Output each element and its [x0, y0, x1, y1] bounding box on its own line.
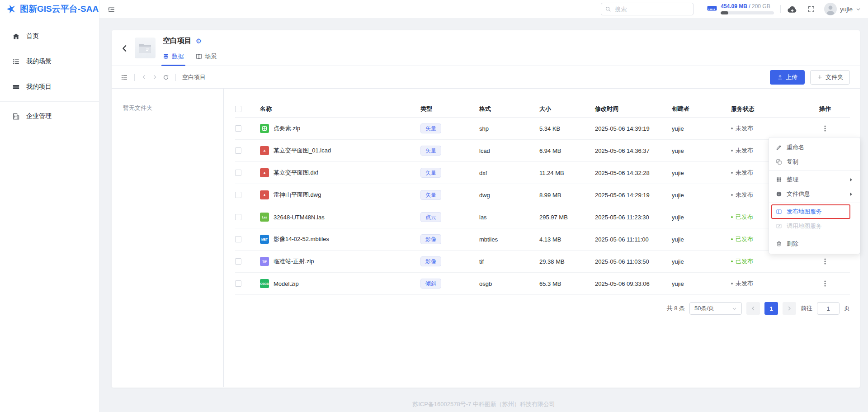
page-size-select[interactable]: 50条/页: [689, 302, 742, 315]
chevron-down-icon: [732, 306, 737, 311]
folder-icon: [138, 42, 152, 54]
menu-item-organize[interactable]: 整理: [769, 172, 860, 187]
new-folder-button[interactable]: 文件夹: [810, 70, 850, 85]
column-header-size: 大小: [539, 105, 595, 113]
sidebar-divider: [0, 101, 99, 102]
row-checkbox[interactable]: [235, 258, 241, 265]
delete-icon: [776, 241, 782, 247]
table-row: MBT影像14-02-52.mbtiles影像mbtiles4.13 MB202…: [235, 228, 850, 251]
mbtiles-file-icon: MBT: [260, 235, 269, 244]
modified-value: 2025-05-06 09:33:06: [595, 280, 672, 287]
home-icon: [12, 33, 20, 40]
project-title: 空白项目: [163, 36, 192, 46]
menu-item-call-map-service: 调用地图服务: [769, 219, 860, 233]
menu-divider: [769, 203, 860, 203]
table-body: 点要素.zip矢量shp5.34 KB2025-05-06 14:39:19yu…: [235, 118, 850, 295]
row-actions-button[interactable]: [821, 279, 830, 288]
menu-item-copy[interactable]: 复制: [769, 155, 860, 169]
row-checkbox[interactable]: [235, 147, 241, 154]
goto-page-input[interactable]: [817, 302, 840, 315]
search-box: [601, 3, 693, 15]
menu-item-publish-map-service[interactable]: 发布地图服务: [769, 204, 860, 219]
format-value: lcad: [479, 147, 539, 154]
file-name[interactable]: 临准站-正射.zip: [274, 257, 314, 265]
project-tabs: 数据 场景: [163, 52, 217, 66]
tab-data[interactable]: 数据: [163, 52, 184, 66]
row-checkbox[interactable]: [235, 214, 241, 220]
search-icon: [605, 6, 611, 12]
sidebar-item-enterprise[interactable]: 企业管理: [0, 104, 99, 129]
project-thumbnail: [135, 38, 156, 58]
creator-value: yujie: [672, 125, 731, 132]
fullscreen-icon[interactable]: [807, 5, 815, 13]
file-name[interactable]: 点要素.zip: [274, 124, 300, 133]
storage-used: 454.09 MB: [721, 3, 747, 9]
rename-icon: [776, 144, 782, 151]
table-row: Las32648-UTM48N.las点云las295.97 MB2025-05…: [235, 206, 850, 228]
tif-file-icon: TIF: [260, 257, 269, 266]
format-value: mbtiles: [479, 236, 539, 243]
file-name[interactable]: 32648-UTM48N.las: [274, 214, 325, 221]
file-name[interactable]: Model.zip: [274, 280, 299, 287]
sidebar-item-my-projects[interactable]: 我的项目: [0, 74, 99, 99]
size-value: 295.97 MB: [539, 214, 595, 221]
menu-divider: [769, 170, 860, 171]
sidebar-item-my-scenes[interactable]: 我的场景: [0, 49, 99, 74]
next-page-button[interactable]: [783, 302, 796, 315]
modified-value: 2025-05-06 14:32:28: [595, 170, 672, 176]
nav-back-icon[interactable]: [141, 74, 147, 80]
topbar-divider: [780, 5, 781, 13]
row-checkbox[interactable]: [235, 170, 241, 176]
row-checkbox[interactable]: [235, 192, 241, 198]
topbar-divider: [700, 5, 700, 13]
sidebar-item-label: 我的场景: [26, 57, 52, 66]
context-menu: 重命名 复制 整理 文件信息 发布地图服务 调用地图服务 删除: [769, 137, 860, 254]
row-checkbox[interactable]: [235, 125, 241, 132]
project-card: 空白项目 ⚙ 数据 场景: [112, 30, 860, 388]
toolbar-divider: [134, 74, 135, 81]
current-page-button[interactable]: 1: [764, 302, 778, 315]
file-name[interactable]: 雷神山平面图.dwg: [274, 191, 321, 199]
back-button[interactable]: [121, 44, 129, 52]
tab-label: 场景: [205, 52, 217, 61]
file-name[interactable]: 影像14-02-52.mbtiles: [274, 235, 329, 243]
upload-button[interactable]: 上传: [770, 70, 805, 85]
publish-map-service-icon: [776, 208, 782, 215]
pagination: 共 8 条 50条/页 1 前往 页: [235, 302, 850, 315]
menu-item-delete[interactable]: 删除: [769, 237, 860, 251]
menu-item-file-info[interactable]: 文件信息: [769, 187, 860, 201]
sidebar-item-home[interactable]: 首页: [0, 24, 99, 49]
list-view-icon[interactable]: [121, 74, 128, 81]
row-checkbox[interactable]: [235, 236, 241, 242]
tab-scene[interactable]: 场景: [196, 52, 217, 66]
menu-item-rename[interactable]: 重命名: [769, 140, 860, 155]
search-input[interactable]: [601, 3, 693, 15]
toolbar-divider: [175, 74, 176, 81]
table-row: 点要素.zip矢量shp5.34 KB2025-05-06 14:39:19yu…: [235, 118, 850, 140]
refresh-icon[interactable]: [163, 74, 169, 81]
breadcrumb[interactable]: 空白项目: [182, 73, 206, 81]
table-row: A雷神山平面图.dwg矢量dwg8.99 MB2025-05-06 14:29:…: [235, 184, 850, 206]
project-settings-gear-icon[interactable]: ⚙: [196, 38, 202, 44]
file-name[interactable]: 某立交平面图.dxf: [274, 169, 318, 177]
table-row: A某立交平面图.dxf矢量dxf11.24 MB2025-05-06 14:32…: [235, 162, 850, 184]
creator-value: yujie: [672, 214, 731, 221]
nav-forward-icon[interactable]: [152, 74, 158, 80]
row-checkbox[interactable]: [235, 280, 241, 287]
row-actions-button[interactable]: [821, 124, 830, 133]
menu-fold-icon[interactable]: [108, 5, 115, 13]
cloud-upload-icon[interactable]: [787, 5, 797, 14]
page-unit-label: 页: [844, 304, 850, 313]
row-actions-button[interactable]: [821, 257, 830, 266]
table-row: A某立交平面图_01.lcad矢量lcad6.94 MB2025-05-06 1…: [235, 140, 850, 162]
select-all-checkbox[interactable]: [235, 106, 241, 112]
avatar: [824, 3, 837, 15]
prev-page-button[interactable]: [746, 302, 760, 315]
user-menu[interactable]: yujie: [824, 3, 861, 15]
sidebar-item-label: 我的项目: [26, 83, 52, 91]
creator-value: yujie: [672, 147, 731, 154]
status-badge: 未发布: [731, 124, 753, 133]
modified-value: 2025-05-06 14:39:19: [595, 125, 672, 132]
column-header-creator: 创建者: [672, 105, 731, 113]
file-name[interactable]: 某立交平面图_01.lcad: [274, 147, 331, 155]
